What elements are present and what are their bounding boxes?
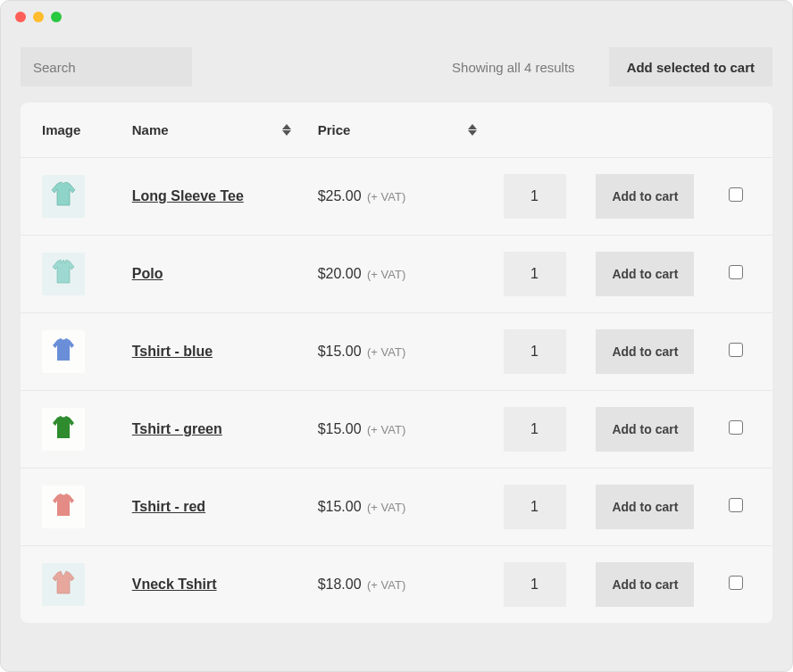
product-link[interactable]: Vneck Tshirt (132, 577, 217, 592)
table-row: Tshirt - blue$15.00 (+ VAT)Add to cart (21, 313, 772, 391)
product-thumb[interactable] (42, 253, 85, 295)
product-link[interactable]: Tshirt - red (132, 499, 205, 514)
add-selected-to-cart-button[interactable]: Add selected to cart (609, 47, 772, 87)
select-cell (717, 236, 772, 313)
qty-cell (504, 469, 597, 546)
minimize-icon[interactable] (33, 12, 44, 22)
vat-label: (+ VAT) (367, 501, 405, 514)
product-name-cell: Polo (132, 236, 318, 313)
product-name-cell: Long Sleeve Tee (132, 158, 318, 236)
app-window: Showing all 4 results Add selected to ca… (0, 0, 793, 672)
product-link[interactable]: Long Sleeve Tee (132, 188, 244, 203)
add-cell: Add to cart (596, 546, 716, 624)
shirt-icon (50, 570, 77, 599)
close-icon[interactable] (15, 12, 26, 22)
quantity-stepper[interactable] (504, 407, 566, 452)
add-to-cart-button[interactable]: Add to cart (596, 252, 694, 296)
window-titlebar (1, 1, 792, 33)
column-header-name-label: Name (132, 122, 169, 137)
product-link[interactable]: Polo (132, 266, 163, 281)
product-price-cell: $15.00 (+ VAT) (318, 469, 504, 546)
product-thumb-cell (21, 469, 132, 546)
column-header-add (596, 103, 716, 158)
price-value: $15.00 (318, 499, 362, 514)
sort-icon[interactable] (468, 124, 477, 136)
qty-cell (504, 313, 597, 391)
table-row: Tshirt - red$15.00 (+ VAT)Add to cart (21, 469, 772, 546)
column-header-price-label: Price (318, 122, 351, 137)
product-name-cell: Tshirt - red (132, 469, 318, 546)
select-checkbox[interactable] (729, 498, 743, 512)
select-cell (717, 391, 772, 469)
quantity-stepper[interactable] (504, 174, 566, 219)
maximize-icon[interactable] (51, 12, 62, 22)
add-cell: Add to cart (596, 469, 716, 546)
quantity-stepper[interactable] (504, 485, 566, 529)
add-to-cart-button[interactable]: Add to cart (596, 329, 694, 374)
product-thumb-cell (21, 236, 132, 313)
column-header-price[interactable]: Price (318, 103, 504, 158)
shirt-icon (50, 493, 77, 521)
price-value: $15.00 (318, 421, 362, 436)
select-checkbox[interactable] (729, 265, 743, 279)
vat-label: (+ VAT) (367, 345, 405, 359)
product-link[interactable]: Tshirt - blue (132, 344, 213, 359)
search-input[interactable] (21, 47, 192, 87)
product-thumb-cell (21, 391, 132, 469)
price-value: $15.00 (318, 344, 362, 359)
table-row: Polo$20.00 (+ VAT)Add to cart (21, 236, 772, 313)
product-table: Image Name Price (21, 103, 772, 623)
product-price-cell: $15.00 (+ VAT) (318, 313, 504, 391)
add-cell: Add to cart (596, 236, 716, 313)
product-thumb[interactable] (42, 175, 85, 218)
select-checkbox[interactable] (729, 576, 743, 590)
price-value: $25.00 (318, 188, 362, 203)
vat-label: (+ VAT) (367, 423, 405, 436)
product-name-cell: Tshirt - blue (132, 313, 318, 391)
product-price-cell: $15.00 (+ VAT) (318, 391, 504, 469)
product-thumb[interactable] (42, 408, 85, 451)
select-cell (717, 469, 772, 546)
quantity-stepper[interactable] (504, 252, 566, 296)
shirt-icon (50, 259, 77, 289)
table-row: Vneck Tshirt$18.00 (+ VAT)Add to cart (21, 546, 772, 624)
product-link[interactable]: Tshirt - green (132, 421, 222, 436)
price-value: $20.00 (318, 266, 362, 281)
table-row: Long Sleeve Tee$25.00 (+ VAT)Add to cart (21, 158, 772, 236)
qty-cell (504, 391, 597, 469)
add-cell: Add to cart (596, 313, 716, 391)
add-to-cart-button[interactable]: Add to cart (596, 407, 694, 452)
price-value: $18.00 (318, 577, 362, 592)
qty-cell (504, 236, 597, 313)
select-checkbox[interactable] (729, 420, 743, 435)
product-thumb[interactable] (42, 330, 85, 373)
shirt-icon (50, 415, 77, 444)
add-to-cart-button[interactable]: Add to cart (596, 485, 694, 529)
column-header-name[interactable]: Name (132, 103, 318, 158)
product-thumb-cell (21, 546, 132, 624)
product-price-cell: $18.00 (+ VAT) (318, 546, 504, 624)
product-thumb[interactable] (42, 485, 85, 528)
sort-icon[interactable] (282, 124, 291, 136)
select-checkbox[interactable] (729, 187, 743, 202)
product-price-cell: $25.00 (+ VAT) (318, 158, 504, 236)
product-name-cell: Tshirt - green (132, 391, 318, 469)
add-to-cart-button[interactable]: Add to cart (596, 562, 694, 607)
shirt-icon (48, 181, 79, 212)
vat-label: (+ VAT) (367, 268, 405, 281)
vat-label: (+ VAT) (367, 190, 405, 203)
quantity-stepper[interactable] (504, 562, 566, 607)
add-to-cart-button[interactable]: Add to cart (596, 174, 694, 219)
column-header-select (717, 103, 772, 158)
vat-label: (+ VAT) (367, 578, 405, 592)
shirt-icon (50, 337, 77, 366)
quantity-stepper[interactable] (504, 329, 566, 374)
column-header-image: Image (21, 103, 132, 158)
product-thumb[interactable] (42, 563, 85, 606)
select-cell (717, 313, 772, 391)
add-cell: Add to cart (596, 158, 716, 236)
results-count-text: Showing all 4 results (452, 60, 575, 75)
product-thumb-cell (21, 313, 132, 391)
select-checkbox[interactable] (729, 343, 743, 357)
add-cell: Add to cart (596, 391, 716, 469)
